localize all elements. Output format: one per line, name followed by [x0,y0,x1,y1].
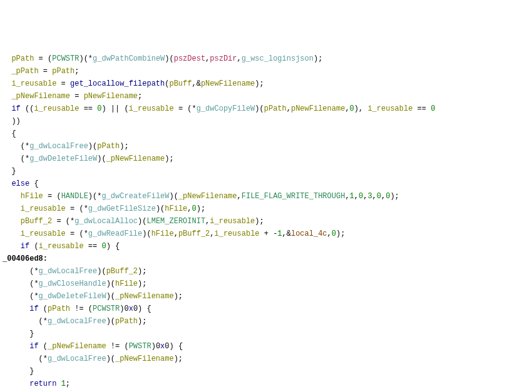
code-token: if [21,242,29,251]
code-line[interactable]: i_reusable = (*g_dwGetFileSize)(hFile,0)… [3,203,529,215]
code-line[interactable]: i_reusable = get_locallow_filepath(pBuff… [3,78,529,90]
code-line[interactable]: return 1; [3,378,529,390]
code-token: i_reusable [11,79,56,88]
code-token: ) { [106,242,120,251]
code-token: (* [3,267,39,276]
code-token: i_reusable [215,229,260,238]
code-token: hFile [151,229,174,238]
code-token: )( [170,192,178,201]
code-line[interactable]: )) [3,115,529,128]
code-line[interactable]: (*g_dwDeleteFileW)(_pNewFilename); [3,290,529,303]
code-token: pBuff [169,79,192,88]
code-line[interactable]: } [3,328,529,340]
code-token: hFile [21,192,43,201]
code-line[interactable]: (*g_dwDeleteFileW)(_pNewFilename); [3,153,529,165]
code-line[interactable]: { [3,128,529,140]
code-line[interactable]: if (pPath != (PCWSTR)0x0) { [3,303,529,315]
code-line[interactable]: _pPath = pPath; [3,65,529,78]
code-line[interactable]: if (i_reusable == 0) { [3,240,529,253]
code-token: )( [142,229,151,238]
code-token: )( [138,217,146,226]
code-token [3,104,11,113]
code-token: , [327,229,332,238]
code-token: ) || ( [101,104,128,113]
code-token: pPath [264,104,287,113]
code-token: = [39,67,53,76]
code-token: != ( [106,342,129,351]
code-token: pPath [48,304,70,313]
code-token: , [237,192,242,201]
code-token: == [79,104,97,113]
code-token: == [84,242,102,251]
code-token: = [70,92,84,101]
code-token: ), [354,104,368,113]
code-token: ( [39,342,48,351]
code-token: (* [3,317,48,326]
decompile-code-view[interactable]: pPath = (PCWSTR)(*g_dwPathCombineW)(pszD… [3,53,529,392]
code-token: ); [174,292,183,301]
code-token [3,379,29,388]
code-token: g_dwDeleteFileW [29,154,97,163]
code-token: 0 [431,104,435,113]
code-token: 0 [350,104,354,113]
code-token: i_reusable [21,229,66,238]
code-line[interactable]: i_reusable = (*g_dwReadFile)(hFile,pBuff… [3,228,529,240]
code-line[interactable]: (*g_dwCloseHandle)(hFile); [3,278,529,290]
code-line[interactable]: _00406ed8: [3,253,529,265]
code-line[interactable]: (*g_dwLocalFree)(_pNewFilename); [3,353,529,365]
code-line[interactable]: (*g_dwLocalFree)(pBuff_2); [3,265,529,278]
code-token: , [345,104,349,113]
code-line[interactable]: (*g_dwLocalFree)(pPath); [3,315,529,328]
code-token: i_reusable [34,104,79,113]
code-token: = [56,79,70,88]
code-token: g_dwCloseHandle [39,279,106,288]
code-line[interactable]: hFile = (HANDLE)(*g_dwCreateFileW)(_pNew… [3,190,529,203]
code-line[interactable]: else { [3,178,529,190]
code-token: ,& [192,79,200,88]
code-token: (* [3,279,39,288]
code-token: )( [106,317,115,326]
code-token: ); [255,217,263,226]
code-token: pBuff_2 [178,229,210,238]
code-token: ( [29,242,38,251]
code-token: hFile [165,204,187,213]
code-token: )( [106,279,115,288]
code-token: , [210,229,214,238]
code-token [56,379,61,388]
code-token: 0) { [133,304,151,313]
code-line[interactable]: } [3,165,529,178]
code-token: g_dwLocalFree [39,267,98,276]
code-line[interactable]: pPath = (PCWSTR)(*g_dwPathCombineW)(pszD… [3,53,529,65]
code-token: get_locallow_filepath [70,79,165,88]
code-token: ); [336,229,345,238]
code-token: ); [255,79,263,88]
code-line[interactable]: } [3,365,529,378]
code-token: ); [174,354,183,363]
code-token: i_reusable [39,242,84,251]
code-token: )( [106,354,115,363]
code-token: pNewFilename [201,79,255,88]
code-token: ); [138,267,146,276]
code-token: (* [3,354,48,363]
code-token: (* [3,292,39,301]
code-token: , [354,192,359,201]
code-token: , [174,229,178,238]
code-token: pPath [11,54,34,63]
code-token: )0 [120,304,128,313]
code-token: if [11,104,20,113]
code-line[interactable]: if (_pNewFilename != (PWSTR)0x0) { [3,340,529,353]
code-token: ); [120,142,128,151]
code-token: pBuff_2 [21,217,52,226]
code-line[interactable]: (*g_dwLocalFree)(pPath); [3,140,529,153]
code-token: = ( [34,54,52,63]
code-token: (* [3,154,29,163]
code-line[interactable]: _pNewFilename = pNewFilename; [3,90,529,103]
code-line[interactable]: pBuff_2 = (*g_dwLocalAlloc)(LMEM_ZEROINI… [3,215,529,228]
code-line[interactable]: if ((i_reusable == 0) || (i_reusable = (… [3,103,529,115]
code-token: 1 [350,192,354,201]
code-token: _pPath [11,67,38,76]
code-token: )0 [151,342,160,351]
code-token: if [29,342,38,351]
code-token: ); [138,317,146,326]
code-token: g_dwCreateFileW [101,192,169,201]
